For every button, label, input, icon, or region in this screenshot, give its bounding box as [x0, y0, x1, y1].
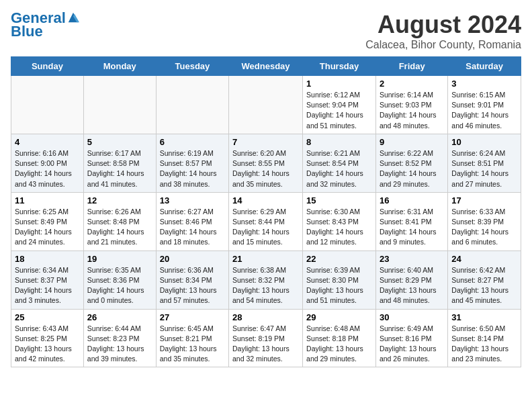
day-number: 5: [87, 137, 152, 147]
day-number: 30: [380, 312, 444, 322]
day-number: 9: [380, 137, 444, 147]
calendar-cell: 22Sunrise: 6:39 AMSunset: 8:30 PMDayligh…: [303, 250, 376, 309]
day-info: Sunrise: 6:19 AMSunset: 8:57 PMDaylight:…: [160, 148, 225, 189]
day-number: 12: [87, 195, 152, 205]
calendar-cell: 7Sunrise: 6:20 AMSunset: 8:55 PMDaylight…: [229, 134, 303, 192]
calendar-cell: 1Sunrise: 6:12 AMSunset: 9:04 PMDaylight…: [303, 76, 376, 134]
day-info: Sunrise: 6:12 AMSunset: 9:04 PMDaylight:…: [306, 90, 372, 131]
calendar-cell: 23Sunrise: 6:40 AMSunset: 8:29 PMDayligh…: [375, 250, 447, 309]
day-number: 2: [380, 79, 444, 89]
calendar-week-row: 18Sunrise: 6:34 AMSunset: 8:37 PMDayligh…: [11, 250, 521, 309]
day-info: Sunrise: 6:24 AMSunset: 8:51 PMDaylight:…: [451, 148, 517, 189]
day-info: Sunrise: 6:30 AMSunset: 8:43 PMDaylight:…: [306, 207, 372, 248]
day-number: 8: [306, 137, 372, 147]
day-info: Sunrise: 6:39 AMSunset: 8:30 PMDaylight:…: [306, 265, 372, 306]
calendar-cell: 25Sunrise: 6:43 AMSunset: 8:25 PMDayligh…: [11, 309, 84, 367]
day-info: Sunrise: 6:26 AMSunset: 8:48 PMDaylight:…: [87, 207, 152, 248]
calendar-cell: [11, 76, 84, 134]
day-header-monday: Monday: [83, 57, 156, 76]
calendar-table: SundayMondayTuesdayWednesdayThursdayFrid…: [11, 56, 521, 367]
day-info: Sunrise: 6:40 AMSunset: 8:29 PMDaylight:…: [380, 265, 444, 306]
title-block: August 2024 Calacea, Bihor County, Roman…: [365, 11, 521, 51]
calendar-cell: 9Sunrise: 6:22 AMSunset: 8:52 PMDaylight…: [375, 134, 447, 192]
calendar-cell: 13Sunrise: 6:27 AMSunset: 8:46 PMDayligh…: [156, 192, 228, 250]
day-info: Sunrise: 6:44 AMSunset: 8:23 PMDaylight:…: [87, 324, 152, 365]
location-title: Calacea, Bihor County, Romania: [365, 39, 521, 51]
calendar-cell: [156, 76, 228, 134]
calendar-week-row: 4Sunrise: 6:16 AMSunset: 9:00 PMDaylight…: [11, 134, 521, 192]
calendar-cell: 24Sunrise: 6:42 AMSunset: 8:27 PMDayligh…: [448, 250, 521, 309]
day-info: Sunrise: 6:33 AMSunset: 8:39 PMDaylight:…: [451, 207, 517, 248]
day-header-thursday: Thursday: [303, 57, 376, 76]
day-info: Sunrise: 6:50 AMSunset: 8:14 PMDaylight:…: [451, 324, 517, 365]
day-info: Sunrise: 6:43 AMSunset: 8:25 PMDaylight:…: [15, 324, 80, 365]
day-number: 25: [15, 312, 80, 322]
calendar-cell: [229, 76, 303, 134]
day-info: Sunrise: 6:25 AMSunset: 8:49 PMDaylight:…: [15, 207, 80, 248]
day-info: Sunrise: 6:49 AMSunset: 8:16 PMDaylight:…: [380, 324, 444, 365]
day-number: 20: [160, 254, 225, 264]
calendar-header-row: SundayMondayTuesdayWednesdayThursdayFrid…: [11, 57, 521, 76]
calendar-cell: [83, 76, 156, 134]
day-info: Sunrise: 6:42 AMSunset: 8:27 PMDaylight:…: [451, 265, 517, 306]
day-info: Sunrise: 6:14 AMSunset: 9:03 PMDaylight:…: [380, 90, 444, 131]
day-info: Sunrise: 6:35 AMSunset: 8:36 PMDaylight:…: [87, 265, 152, 306]
calendar-cell: 10Sunrise: 6:24 AMSunset: 8:51 PMDayligh…: [448, 134, 521, 192]
day-number: 22: [306, 254, 372, 264]
day-info: Sunrise: 6:45 AMSunset: 8:21 PMDaylight:…: [160, 324, 225, 365]
day-info: Sunrise: 6:17 AMSunset: 8:58 PMDaylight:…: [87, 148, 152, 189]
calendar-cell: 19Sunrise: 6:35 AMSunset: 8:36 PMDayligh…: [83, 250, 156, 309]
day-header-tuesday: Tuesday: [156, 57, 228, 76]
day-number: 21: [232, 254, 299, 264]
day-number: 6: [160, 137, 225, 147]
day-number: 16: [380, 195, 444, 205]
calendar-cell: 11Sunrise: 6:25 AMSunset: 8:49 PMDayligh…: [11, 192, 84, 250]
day-number: 11: [15, 195, 80, 205]
day-info: Sunrise: 6:27 AMSunset: 8:46 PMDaylight:…: [160, 207, 225, 248]
calendar-cell: 2Sunrise: 6:14 AMSunset: 9:03 PMDaylight…: [375, 76, 447, 134]
calendar-cell: 18Sunrise: 6:34 AMSunset: 8:37 PMDayligh…: [11, 250, 84, 309]
day-info: Sunrise: 6:16 AMSunset: 9:00 PMDaylight:…: [15, 148, 80, 189]
day-number: 24: [451, 254, 517, 264]
page-header: General Blue August 2024 Calacea, Bihor …: [11, 11, 521, 51]
calendar-cell: 20Sunrise: 6:36 AMSunset: 8:34 PMDayligh…: [156, 250, 228, 309]
day-number: 13: [160, 195, 225, 205]
calendar-cell: 5Sunrise: 6:17 AMSunset: 8:58 PMDaylight…: [83, 134, 156, 192]
day-number: 14: [232, 195, 299, 205]
calendar-cell: 27Sunrise: 6:45 AMSunset: 8:21 PMDayligh…: [156, 309, 228, 367]
month-title: August 2024: [365, 11, 521, 39]
calendar-cell: 31Sunrise: 6:50 AMSunset: 8:14 PMDayligh…: [448, 309, 521, 367]
day-number: 26: [87, 312, 152, 322]
calendar-week-row: 11Sunrise: 6:25 AMSunset: 8:49 PMDayligh…: [11, 192, 521, 250]
day-info: Sunrise: 6:22 AMSunset: 8:52 PMDaylight:…: [380, 148, 444, 189]
day-number: 3: [451, 79, 517, 89]
day-number: 28: [232, 312, 299, 322]
logo: General Blue: [11, 11, 79, 40]
day-number: 17: [451, 195, 517, 205]
day-number: 4: [15, 137, 80, 147]
day-number: 31: [451, 312, 517, 322]
calendar-cell: 28Sunrise: 6:47 AMSunset: 8:19 PMDayligh…: [229, 309, 303, 367]
day-header-wednesday: Wednesday: [229, 57, 303, 76]
day-info: Sunrise: 6:47 AMSunset: 8:19 PMDaylight:…: [232, 324, 299, 365]
calendar-cell: 30Sunrise: 6:49 AMSunset: 8:16 PMDayligh…: [375, 309, 447, 367]
calendar-cell: 3Sunrise: 6:15 AMSunset: 9:01 PMDaylight…: [448, 76, 521, 134]
calendar-cell: 15Sunrise: 6:30 AMSunset: 8:43 PMDayligh…: [303, 192, 376, 250]
day-info: Sunrise: 6:36 AMSunset: 8:34 PMDaylight:…: [160, 265, 225, 306]
calendar-cell: 21Sunrise: 6:38 AMSunset: 8:32 PMDayligh…: [229, 250, 303, 309]
day-info: Sunrise: 6:34 AMSunset: 8:37 PMDaylight:…: [15, 265, 80, 306]
day-info: Sunrise: 6:48 AMSunset: 8:18 PMDaylight:…: [306, 324, 372, 365]
day-number: 19: [87, 254, 152, 264]
day-number: 18: [15, 254, 80, 264]
calendar-week-row: 1Sunrise: 6:12 AMSunset: 9:04 PMDaylight…: [11, 76, 521, 134]
day-info: Sunrise: 6:38 AMSunset: 8:32 PMDaylight:…: [232, 265, 299, 306]
calendar-cell: 26Sunrise: 6:44 AMSunset: 8:23 PMDayligh…: [83, 309, 156, 367]
day-info: Sunrise: 6:15 AMSunset: 9:01 PMDaylight:…: [451, 90, 517, 131]
day-info: Sunrise: 6:31 AMSunset: 8:41 PMDaylight:…: [380, 207, 444, 248]
day-number: 29: [306, 312, 372, 322]
day-number: 7: [232, 137, 299, 147]
calendar-week-row: 25Sunrise: 6:43 AMSunset: 8:25 PMDayligh…: [11, 309, 521, 367]
day-number: 23: [380, 254, 444, 264]
calendar-cell: 29Sunrise: 6:48 AMSunset: 8:18 PMDayligh…: [303, 309, 376, 367]
day-number: 10: [451, 137, 517, 147]
